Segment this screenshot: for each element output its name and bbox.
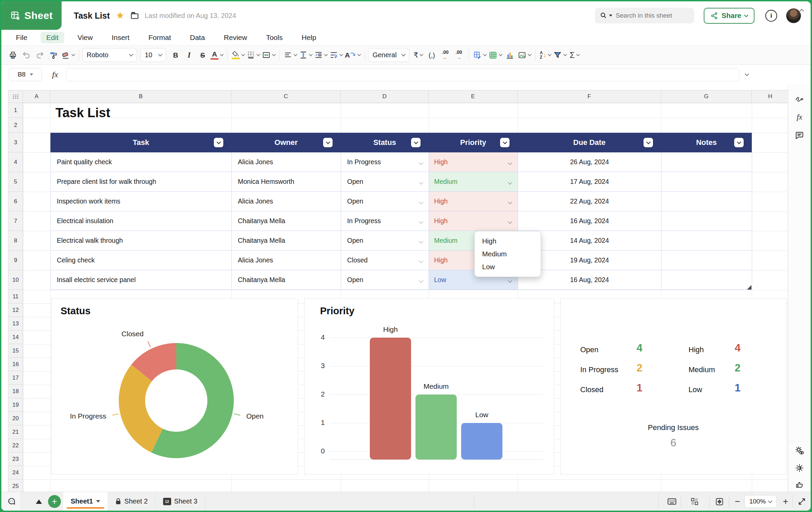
chevron-down-icon[interactable] (508, 161, 512, 165)
row-header-7[interactable]: 7 (8, 211, 23, 231)
comments-icon[interactable] (792, 128, 807, 143)
popup-option-high[interactable]: High (475, 235, 541, 248)
cell-status[interactable]: Closed (341, 251, 429, 270)
row-header-19[interactable]: 19 (8, 398, 23, 412)
conditional-format-button[interactable] (472, 48, 488, 62)
increase-decimal-button[interactable]: .00→ (452, 48, 466, 62)
chevron-down-icon[interactable] (508, 219, 512, 224)
cell-due-date[interactable]: 16 Aug, 2024 (518, 211, 661, 231)
info-button[interactable]: i (765, 10, 777, 22)
row-header-22[interactable]: 22 (8, 439, 23, 452)
row-header-3[interactable]: 3 (8, 133, 23, 152)
tab-sheet2[interactable]: Sheet 2 (108, 492, 156, 511)
chevron-down-icon[interactable] (419, 239, 423, 243)
tab-menu-caret-icon[interactable] (96, 500, 100, 503)
fullscreen-button[interactable] (795, 495, 809, 508)
cell-task[interactable]: Insall electric service panel (51, 270, 232, 290)
column-header-e[interactable]: E (429, 90, 518, 103)
redo-button[interactable] (33, 48, 47, 62)
folder-icon[interactable] (130, 11, 139, 20)
currency-format-button[interactable]: ₹ (411, 48, 425, 62)
menu-file[interactable]: File (10, 32, 33, 43)
row-header-10[interactable]: 10 (8, 270, 23, 290)
fit-to-screen-button[interactable] (713, 495, 726, 508)
chevron-down-icon[interactable] (419, 259, 423, 263)
row-header-5[interactable]: 5 (8, 172, 23, 192)
row-header-6[interactable]: 6 (8, 192, 23, 211)
feedback-icon[interactable] (792, 477, 807, 492)
row-header-13[interactable]: 13 (8, 317, 23, 330)
cell-status[interactable]: Open (341, 270, 429, 290)
cell-owner[interactable]: Alicia Jones (232, 251, 341, 270)
functions-icon[interactable]: fx (792, 110, 807, 125)
cell-task[interactable]: Electrical walk through (51, 231, 232, 250)
column-header-c[interactable]: C (231, 90, 341, 103)
sort-button[interactable]: AZ ↓ (539, 48, 552, 62)
menu-format[interactable]: Format (143, 32, 177, 43)
cell-owner[interactable]: Chaitanya Mella (232, 211, 341, 231)
row-header-12[interactable]: 12 (8, 303, 23, 317)
cell-due-date[interactable]: 22 Aug, 2024 (518, 192, 661, 211)
format-painter-button[interactable] (47, 48, 60, 62)
text-wrap-button[interactable] (329, 48, 344, 62)
menu-tools[interactable]: Tools (260, 32, 288, 43)
chevron-down-icon[interactable] (419, 219, 423, 224)
cell-owner[interactable]: Alicia Jones (232, 152, 341, 172)
chevron-down-icon[interactable] (419, 278, 423, 283)
vertical-align-button[interactable] (298, 48, 313, 62)
filter-dropdown-button[interactable] (323, 138, 333, 147)
text-rotate-button[interactable]: A (344, 48, 362, 62)
cell-owner[interactable]: Chaitanya Mella (232, 270, 341, 290)
row-header-4[interactable]: 4 (8, 152, 23, 172)
cell-notes[interactable] (661, 270, 752, 290)
undo-button[interactable] (20, 48, 33, 62)
document-title[interactable]: Task List (74, 11, 110, 21)
menu-view[interactable]: View (72, 32, 98, 43)
insert-chart-button[interactable] (503, 48, 517, 62)
search-options-caret-icon[interactable] (609, 15, 612, 17)
tab-sheet3[interactable]: 12 Sheet 3 (156, 492, 205, 511)
search-box[interactable] (595, 8, 694, 23)
chevron-down-icon[interactable] (419, 180, 423, 185)
row-header-1[interactable]: 1 (8, 103, 23, 118)
cell-owner[interactable]: Chaitanya Mella (232, 231, 341, 250)
column-header-a[interactable]: A (23, 90, 50, 103)
cell-task[interactable]: Celing check (51, 251, 232, 270)
sheet-title[interactable]: Task List (55, 106, 110, 120)
comma-format-button[interactable]: (,) (425, 48, 438, 62)
cell-notes[interactable] (661, 231, 752, 250)
row-header-20[interactable]: 20 (8, 412, 23, 425)
show-comments-button[interactable] (1, 492, 21, 511)
row-header-17[interactable]: 17 (8, 371, 23, 385)
menu-review[interactable]: Review (218, 32, 253, 43)
status-chart-card[interactable]: Status OpenIn ProgressClosed (51, 298, 298, 474)
cell-status[interactable]: In Progress (341, 211, 429, 231)
menu-data[interactable]: Data (184, 32, 210, 43)
menu-edit[interactable]: Edit (41, 32, 64, 43)
column-header-b[interactable]: B (50, 90, 231, 103)
filter-dropdown-button[interactable] (734, 138, 744, 147)
row-header-2[interactable]: 2 (8, 118, 23, 133)
chevron-down-icon[interactable] (419, 200, 423, 204)
bold-button[interactable]: B (169, 48, 182, 62)
cell-priority[interactable]: High (429, 211, 518, 231)
filter-dropdown-button[interactable] (411, 138, 421, 147)
filter-dropdown-button[interactable] (214, 138, 223, 147)
cell-priority[interactable]: High (429, 192, 518, 211)
sheet-list-button[interactable] (36, 499, 42, 504)
row-header-9[interactable]: 9 (8, 251, 23, 270)
cell-notes[interactable] (661, 251, 752, 270)
chevron-down-icon[interactable] (508, 278, 512, 283)
borders-button[interactable] (246, 48, 261, 62)
row-header-16[interactable]: 16 (8, 358, 23, 371)
popup-option-medium[interactable]: Medium (475, 248, 541, 260)
decrease-decimal-button[interactable]: .00← (438, 48, 452, 62)
column-header-d[interactable]: D (341, 90, 429, 103)
column-header-g[interactable]: G (661, 90, 752, 103)
view-layout-button[interactable] (686, 495, 705, 508)
font-size-select[interactable]: 10 (140, 48, 166, 62)
table-resize-handle[interactable] (747, 285, 751, 290)
search-input[interactable] (616, 12, 680, 19)
cell-task[interactable]: Paint quality check (51, 152, 232, 172)
row-header-23[interactable]: 23 (8, 452, 23, 466)
